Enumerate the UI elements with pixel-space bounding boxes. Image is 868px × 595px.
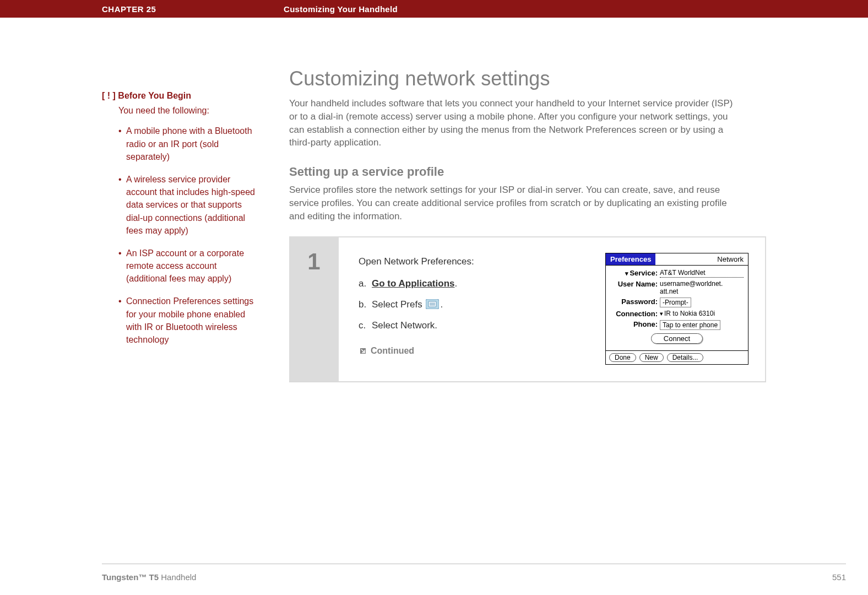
palm-title-right: Network [655, 253, 748, 265]
step-instructions: Open Network Preferences: a. Go to Appli… [359, 253, 583, 365]
dropdown-arrow-icon: ▾ [625, 270, 628, 277]
list-item-text: A wireless service provider account that… [126, 173, 256, 237]
continued-indicator: Continued [359, 343, 583, 359]
bullet-icon: • [118, 295, 126, 346]
step-sub-b: b. Select Prefs . [359, 296, 583, 313]
palm-preferences-screenshot: Preferences Network ▾Service: AT&T World… [605, 253, 748, 365]
exclamation-icon: ! [105, 91, 112, 100]
before-you-begin-sidebar: [ ! ] Before You Begin You need the foll… [102, 18, 256, 382]
list-item: • A wireless service provider account th… [118, 173, 256, 237]
step-sub-a: a. Go to Applications. [359, 275, 583, 293]
step-text-before: Select Prefs [372, 299, 425, 310]
bullet-icon: • [118, 173, 126, 237]
bullet-icon: • [118, 247, 126, 285]
list-item-text: A mobile phone with a Bluetooth radio or… [126, 125, 256, 163]
before-you-begin-list: • A mobile phone with a Bluetooth radio … [102, 125, 256, 346]
palm-connection-value[interactable]: ▾IR to Nokia 6310i [660, 310, 744, 317]
step-sub-text: Select Network. [372, 317, 437, 334]
continued-label: Continued [371, 343, 414, 359]
palm-connect-row: Connect [610, 333, 744, 344]
step-letter: b. [359, 296, 372, 313]
step-body: Open Network Preferences: a. Go to Appli… [339, 236, 766, 381]
palm-password-row: Password: -Prompt- [610, 298, 744, 307]
dropdown-arrow-icon: ▾ [660, 310, 663, 317]
palm-title-left: Preferences [606, 253, 655, 265]
bullet-icon: • [118, 125, 126, 163]
palm-connect-button[interactable]: Connect [651, 333, 703, 344]
palm-title-bar: Preferences Network [606, 253, 748, 266]
header-bar: CHAPTER 25 Customizing Your Handheld [0, 0, 868, 18]
section-heading: Setting up a service profile [289, 165, 766, 179]
before-you-begin-label: Before You Begin [116, 91, 191, 100]
period: . [454, 278, 457, 289]
step-sub-c: c. Select Network. [359, 317, 583, 334]
palm-connection-row: Connection: ▾IR to Nokia 6310i [610, 310, 744, 318]
palm-done-button[interactable]: Done [609, 353, 636, 362]
palm-service-label: ▾Service: [610, 269, 660, 277]
step-text-after: . [440, 299, 443, 310]
chapter-label: CHAPTER 25 [102, 4, 284, 14]
prefs-icon [426, 299, 439, 309]
header-title: Customizing Your Handheld [284, 4, 398, 14]
list-item: • Connection Preferences settings for yo… [118, 295, 256, 346]
palm-username-line1: username@worldnet. [660, 280, 744, 288]
palm-phone-value[interactable]: Tap to enter phone [660, 320, 744, 330]
palm-phone-label: Phone: [610, 320, 660, 328]
intro-paragraph: Your handheld includes software that let… [289, 97, 741, 149]
palm-body: ▾Service: AT&T WorldNet User Name: usern… [606, 266, 748, 350]
palm-username-line2: att.net [660, 288, 744, 295]
step-sub-text: Select Prefs . [372, 296, 443, 313]
palm-service-value[interactable]: AT&T WorldNet [660, 269, 744, 278]
footer-product: Tungsten™ T5 Handheld [102, 572, 196, 582]
list-item: • A mobile phone with a Bluetooth radio … [118, 125, 256, 163]
step-letter: c. [359, 317, 372, 334]
palm-details-button[interactable]: Details... [667, 353, 704, 362]
step-lead: Open Network Preferences: [359, 253, 583, 271]
palm-username-row: User Name: username@worldnet. att.net [610, 280, 744, 295]
page-heading: Customizing network settings [289, 67, 766, 90]
palm-password-label: Password: [610, 298, 660, 306]
list-item-text: An ISP account or a corporate remote acc… [126, 247, 256, 285]
footer-product-rest: Handheld [159, 572, 196, 582]
palm-phone-row: Phone: Tap to enter phone [610, 320, 744, 330]
footer-page-number: 551 [832, 572, 846, 582]
step-number: 1 [289, 236, 339, 381]
go-to-applications-link[interactable]: Go to Applications [372, 278, 454, 289]
list-item-text: Connection Preferences settings for your… [126, 295, 256, 346]
palm-connection-label: Connection: [610, 310, 660, 318]
before-you-begin-heading: [ ! ] Before You Begin [102, 89, 256, 102]
palm-service-row: ▾Service: AT&T WorldNet [610, 269, 744, 278]
step-box: 1 Open Network Preferences: a. Go to App… [289, 236, 766, 382]
list-item: • An ISP account or a corporate remote a… [118, 247, 256, 285]
footer-product-bold: Tungsten™ T5 [102, 572, 159, 582]
step-letter: a. [359, 275, 372, 293]
footer-rule [102, 564, 846, 564]
section-paragraph: Service profiles store the network setti… [289, 183, 741, 223]
palm-password-value[interactable]: -Prompt- [660, 298, 744, 307]
palm-bottom-buttons: Done New Details... [606, 350, 748, 364]
before-you-begin-intro: You need the following: [102, 104, 256, 117]
palm-username-value[interactable]: username@worldnet. att.net [660, 280, 744, 295]
step-sub-text: Go to Applications. [372, 275, 457, 293]
palm-new-button[interactable]: New [639, 353, 664, 362]
footer: Tungsten™ T5 Handheld 551 [102, 572, 846, 582]
main-content: Customizing network settings Your handhe… [289, 18, 766, 382]
palm-username-label: User Name: [610, 280, 660, 288]
continued-arrow-icon [359, 347, 367, 355]
